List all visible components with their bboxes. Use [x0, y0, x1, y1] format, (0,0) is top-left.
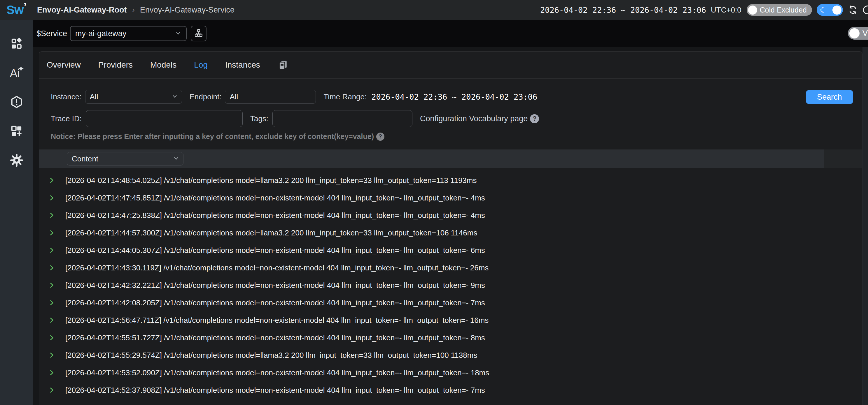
expand-caret-icon[interactable]: [49, 212, 55, 218]
log-line: [2026-04-02T14:48:54.025Z] /v1/chat/comp…: [65, 176, 476, 185]
sidebar-item-alarm[interactable]: [0, 88, 33, 117]
log-row[interactable]: [2026-04-02T14:44:05.307Z] /v1/chat/comp…: [39, 241, 862, 259]
left-sidebar: Ai: [0, 20, 33, 405]
log-row[interactable]: [2026-04-02T14:48:54.025Z] /v1/chat/comp…: [39, 172, 862, 189]
log-line: [2026-04-02T14:55:51.727Z] /v1/chat/comp…: [65, 333, 485, 342]
dark-mode-toggle[interactable]: ☾: [817, 4, 843, 16]
expand-caret-icon[interactable]: [49, 369, 55, 376]
sidebar-item-ai-pipeline[interactable]: Ai: [0, 59, 33, 88]
log-panel: Overview Providers Models Log Instances …: [39, 51, 863, 405]
expand-caret-icon[interactable]: [49, 317, 55, 324]
endpoint-label: Endpoint:: [190, 92, 222, 101]
sidebar-item-dashboards[interactable]: [0, 117, 33, 146]
instance-select[interactable]: All: [85, 90, 182, 104]
log-line: [2026-04-02T14:42:32.221Z] /v1/chat/comp…: [65, 281, 485, 290]
vocabulary-page-link[interactable]: Configuration Vocabulary page: [420, 114, 528, 123]
log-line: [2026-04-02T14:56:47.711Z] /v1/chat/comp…: [65, 316, 489, 325]
log-row[interactable]: [2026-04-02T14:55:29.574Z] /v1/chat/comp…: [39, 346, 862, 364]
toggle-knob: [748, 5, 757, 14]
tab-instances[interactable]: Instances: [225, 60, 260, 70]
dashboards-icon: [10, 125, 23, 139]
expand-caret-icon[interactable]: [49, 352, 55, 359]
log-row[interactable]: [2026-04-02T14:43:30.119Z] /v1/chat/comp…: [39, 259, 862, 276]
expand-caret-icon[interactable]: [49, 282, 55, 289]
tab-log[interactable]: Log: [194, 60, 208, 70]
log-row[interactable]: [2026-04-02T14:55:51.727Z] /v1/chat/comp…: [39, 329, 862, 346]
log-row[interactable]: [2026-04-02T14:52:37.908Z] /v1/chat/comp…: [39, 381, 862, 399]
log-line: [2026-04-02T14:47:25.838Z] /v1/chat/comp…: [65, 211, 485, 220]
topology-button[interactable]: [191, 26, 207, 41]
page-scrollbar[interactable]: [863, 25, 868, 405]
marketplace-icon: [10, 37, 23, 52]
instance-label: Instance:: [51, 92, 82, 101]
utc-offset[interactable]: UTC+0:0: [711, 5, 741, 14]
tab-providers[interactable]: Providers: [98, 60, 133, 70]
tags-label: Tags:: [250, 114, 268, 123]
log-row[interactable]: [2026-04-02T14:53:52.090Z] /v1/chat/comp…: [39, 364, 862, 381]
breadcrumb-separator-icon: ›: [132, 5, 135, 14]
log-row[interactable]: [2026-04-02T14:47:25.838Z] /v1/chat/comp…: [39, 207, 862, 224]
logo-apostrophe: ’: [24, 1, 27, 13]
notice-text: Notice: Please press Enter after inputti…: [51, 132, 374, 141]
search-button[interactable]: Search: [806, 90, 853, 104]
question-icon[interactable]: ?: [530, 114, 539, 123]
content-column-value: Content: [72, 155, 98, 164]
log-row[interactable]: [2026-04-02T14:44:57.300Z] /v1/chat/comp…: [39, 224, 862, 241]
log-line: [2026-04-02T14:44:57.300Z] /v1/chat/comp…: [65, 229, 477, 237]
moon-icon: ☾: [820, 6, 826, 14]
expand-caret-icon[interactable]: [49, 230, 55, 236]
top-header: Sw’ Envoy-AI-Gateway-Root › Envoy-AI-Gat…: [0, 0, 868, 20]
logo-text: Sw: [6, 3, 24, 17]
view-toggle[interactable]: V: [848, 27, 868, 40]
app-root: Sw’ Envoy-AI-Gateway-Root › Envoy-AI-Gat…: [0, 0, 868, 405]
log-table-header: Content: [39, 149, 862, 168]
service-select[interactable]: my-ai-gateway: [70, 26, 187, 41]
log-row[interactable]: [2026-04-02T14:51:46.982Z] /v1/chat/comp…: [39, 399, 862, 405]
refresh-icon[interactable]: [847, 5, 858, 15]
trace-id-input[interactable]: [86, 110, 243, 127]
log-line: [2026-04-02T14:47:45.851Z] /v1/chat/comp…: [65, 194, 485, 203]
time-range-value[interactable]: 2026-04-02 22:36 ~ 2026-04-02 23:06: [371, 92, 537, 101]
expand-caret-icon[interactable]: [49, 335, 55, 341]
log-list: [2026-04-02T14:48:54.025Z] /v1/chat/comp…: [39, 172, 862, 405]
skywalking-logo[interactable]: Sw’: [0, 3, 33, 17]
endpoint-input[interactable]: [225, 90, 316, 104]
sitemap-icon: [194, 29, 203, 38]
expand-caret-icon[interactable]: [49, 300, 55, 306]
notice-row: Notice: Please press Enter after inputti…: [51, 132, 862, 141]
content-column-select[interactable]: Content: [67, 152, 183, 166]
header-right-segment: [824, 149, 862, 168]
log-row[interactable]: [2026-04-02T14:47:45.851Z] /v1/chat/comp…: [39, 189, 862, 207]
tab-models[interactable]: Models: [150, 60, 177, 70]
tags-input[interactable]: [272, 110, 412, 127]
expand-caret-icon[interactable]: [49, 247, 55, 254]
cold-excluded-toggle[interactable]: Cold Excluded: [747, 4, 812, 16]
service-select-value: my-ai-gateway: [75, 29, 127, 38]
tab-bar: Overview Providers Models Log Instances: [39, 52, 862, 79]
expand-caret-icon[interactable]: [49, 265, 55, 271]
copy-pages-icon[interactable]: [278, 60, 288, 70]
alarm-icon: [10, 95, 23, 110]
log-row[interactable]: [2026-04-02T14:56:47.711Z] /v1/chat/comp…: [39, 311, 862, 329]
svg-text:Ai: Ai: [10, 67, 20, 79]
filter-row-2: Trace ID: Tags: Configuration Vocabulary…: [51, 110, 862, 127]
breadcrumb-root[interactable]: Envoy-AI-Gateway-Root: [37, 5, 127, 14]
log-row[interactable]: [2026-04-02T14:42:08.205Z] /v1/chat/comp…: [39, 294, 862, 311]
time-range-display[interactable]: 2026-04-02 22:36 ~ 2026-04-02 23:06: [540, 5, 706, 14]
service-label: $Service: [36, 29, 67, 38]
gear-icon: [10, 154, 23, 168]
expand-caret-icon[interactable]: [49, 195, 55, 201]
tab-overview[interactable]: Overview: [46, 60, 81, 70]
log-line: [2026-04-02T14:42:08.205Z] /v1/chat/comp…: [65, 298, 485, 307]
chevron-down-icon: [175, 29, 182, 38]
clock-icon[interactable]: [862, 5, 868, 15]
trace-id-label: Trace ID:: [51, 114, 82, 123]
breadcrumb-current: Envoy-AI-Gateway-Service: [140, 5, 235, 14]
question-icon[interactable]: ?: [376, 133, 384, 141]
expand-caret-icon[interactable]: [49, 177, 55, 183]
log-row[interactable]: [2026-04-02T14:42:32.221Z] /v1/chat/comp…: [39, 276, 862, 294]
expand-caret-icon[interactable]: [49, 387, 55, 393]
ai-pipeline-icon: Ai: [9, 65, 24, 81]
sidebar-item-marketplace[interactable]: [0, 30, 33, 59]
sidebar-item-settings[interactable]: [0, 146, 33, 175]
